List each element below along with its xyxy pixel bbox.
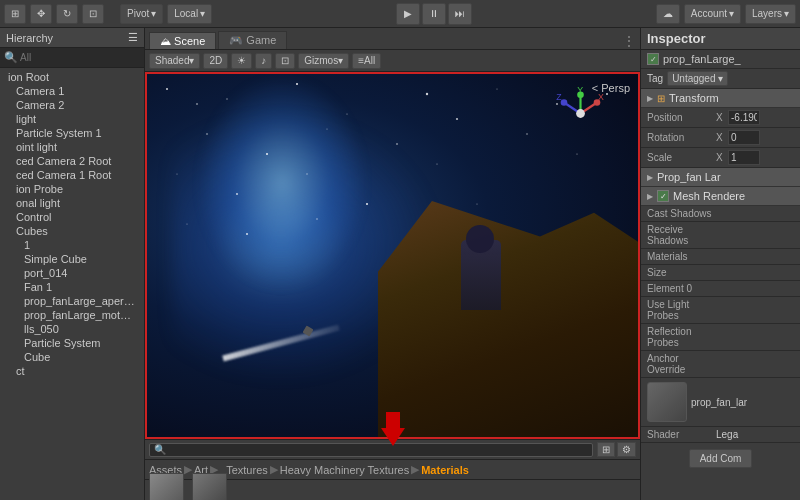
layers-label: Layers <box>752 8 782 19</box>
pivot-dropdown[interactable]: Pivot ▾ <box>120 4 163 24</box>
svg-point-1 <box>226 98 227 99</box>
shading-label: Shaded <box>155 55 189 66</box>
mesh-arrow-icon: ▶ <box>647 192 653 201</box>
hierarchy-item-1[interactable]: 1 <box>0 238 144 252</box>
inspector-header: Inspector <box>641 28 800 50</box>
material-preview-row: prop_fan_lar <box>641 378 800 427</box>
asset-search-bar[interactable]: 🔍 <box>149 443 593 457</box>
sep1: ▶ <box>184 463 192 476</box>
obj-active-checkbox[interactable]: ✓ <box>647 53 659 65</box>
all-label: ≡All <box>358 55 375 66</box>
all-dropdown[interactable]: ≡All <box>352 53 381 69</box>
local-dropdown[interactable]: Local ▾ <box>167 4 212 24</box>
play-button[interactable]: ▶ <box>396 3 420 25</box>
scale-x-label: X <box>716 152 726 163</box>
scene-tab[interactable]: ⛰ Scene <box>149 32 216 49</box>
svg-point-31 <box>576 109 585 118</box>
material-preview-thumb <box>647 382 687 422</box>
scene-options-icon[interactable]: ⋮ <box>622 33 636 49</box>
asset-thumb-1[interactable] <box>149 473 184 501</box>
rot-x-input[interactable] <box>728 130 760 145</box>
asset-search-icon: 🔍 <box>154 444 166 455</box>
top-toolbar: ⊞ ✥ ↻ ⊡ Pivot ▾ Local ▾ ▶ ⏸ ⏭ ☁ Account … <box>0 0 800 28</box>
hierarchy-item-dirlight[interactable]: onal light <box>0 196 144 210</box>
hierarchy-item-particle1[interactable]: Particle System 1 <box>0 126 144 140</box>
toolbar-transform-btn[interactable]: ⊞ <box>4 4 26 24</box>
hierarchy-item-cam1[interactable]: Camera 1 <box>0 84 144 98</box>
local-chevron-icon: ▾ <box>200 8 205 19</box>
hierarchy-item-lls050[interactable]: lls_050 <box>0 322 144 336</box>
hierarchy-item-ct[interactable]: ct <box>0 364 144 378</box>
scene-view[interactable]: X Z Y < Persp <box>145 72 640 439</box>
account-dropdown[interactable]: Account ▾ <box>684 4 741 24</box>
hierarchy-menu-icon[interactable]: ☰ <box>128 31 138 44</box>
svg-point-20 <box>196 103 198 105</box>
hierarchy-item-cam2root[interactable]: ced Camera 2 Root <box>0 154 144 168</box>
svg-point-10 <box>456 118 458 120</box>
audio-btn[interactable]: ♪ <box>255 53 272 69</box>
svg-point-17 <box>186 223 187 224</box>
game-tab[interactable]: 🎮 Game <box>218 31 287 49</box>
hierarchy-item-pointlight[interactable]: oint light <box>0 140 144 154</box>
transform-section-header[interactable]: ▶ ⊞ Transform <box>641 89 800 108</box>
svg-point-4 <box>426 93 428 95</box>
inspector-obj-row: ✓ prop_fanLarge_ <box>641 50 800 69</box>
hierarchy-item-cube[interactable]: Cube <box>0 350 144 364</box>
hierarchy-item-particlesys[interactable]: Particle System <box>0 336 144 350</box>
svg-point-14 <box>366 203 368 205</box>
rot-x-label: X <box>716 132 726 143</box>
toolbar-rotate-btn[interactable]: ↻ <box>56 4 78 24</box>
hierarchy-item-ionprobe[interactable]: ion Probe <box>0 182 144 196</box>
hierarchy-item-propfan-motor[interactable]: prop_fanLarge_motor_0 <box>0 308 144 322</box>
breadcrumb-textures[interactable]: _Textures <box>220 464 268 476</box>
shading-dropdown[interactable]: Shaded ▾ <box>149 53 200 69</box>
gizmos-dropdown[interactable]: Gizmos ▾ <box>298 53 349 69</box>
element0-row: Element 0 <box>641 281 800 297</box>
hierarchy-item-fan1[interactable]: Fan 1 <box>0 280 144 294</box>
svg-point-7 <box>266 153 268 155</box>
main-layout: Hierarchy ☰ 🔍 ion Root Camera 1 Camera 2… <box>0 28 800 500</box>
gizmos-chevron-icon: ▾ <box>338 55 343 66</box>
layers-dropdown[interactable]: Layers ▾ <box>745 4 796 24</box>
mode2d-btn[interactable]: 2D <box>203 53 228 69</box>
toolbar-scale-btn[interactable]: ⊡ <box>82 4 104 24</box>
hierarchy-item-simplecube[interactable]: Simple Cube <box>0 252 144 266</box>
pos-x-input[interactable] <box>728 110 760 125</box>
size-row: Size <box>641 265 800 281</box>
cloud-btn[interactable]: ☁ <box>656 4 680 24</box>
asset-lock-btn[interactable]: ⊞ <box>597 442 615 457</box>
use-light-probes-row: Use Light Probes <box>641 297 800 324</box>
tag-dropdown[interactable]: Untagged ▾ <box>667 71 728 86</box>
hierarchy-item-light[interactable]: light <box>0 112 144 126</box>
add-component-button[interactable]: Add Com <box>689 449 753 468</box>
pause-button[interactable]: ⏸ <box>422 3 446 25</box>
receive-shadows-label: Receive Shadows <box>647 224 712 246</box>
lighting-btn[interactable]: ☀ <box>231 53 252 69</box>
game-tab-label: Game <box>246 34 276 46</box>
scale-label: Scale <box>647 152 712 163</box>
asset-settings-btn[interactable]: ⚙ <box>617 442 636 457</box>
hierarchy-item-port014[interactable]: port_014 <box>0 266 144 280</box>
sep4: ▶ <box>411 463 419 476</box>
hierarchy-search-input[interactable] <box>20 52 140 63</box>
propfan-section-header[interactable]: ▶ Prop_fan Lar <box>641 168 800 187</box>
asset-thumb-2[interactable] <box>192 473 227 501</box>
meshrenderer-section-header[interactable]: ▶ ✓ Mesh Rendere <box>641 187 800 206</box>
breadcrumb-heavy[interactable]: Heavy Machinery Textures <box>280 464 409 476</box>
account-label: Account <box>691 8 727 19</box>
hierarchy-item-cubes[interactable]: Cubes <box>0 224 144 238</box>
effects-btn[interactable]: ⊡ <box>275 53 295 69</box>
hierarchy-item-control[interactable]: Control <box>0 210 144 224</box>
hierarchy-item-cam1root[interactable]: ced Camera 1 Root <box>0 168 144 182</box>
scale-x-input[interactable] <box>728 150 760 165</box>
hierarchy-list: ion Root Camera 1 Camera 2 light Particl… <box>0 68 144 500</box>
red-arrow-head <box>381 428 405 446</box>
hierarchy-item-propfan-aperture[interactable]: prop_fanLarge_aperture_ <box>0 294 144 308</box>
hierarchy-item-cam2[interactable]: Camera 2 <box>0 98 144 112</box>
shader-row: Shader Lega <box>641 427 800 443</box>
step-button[interactable]: ⏭ <box>448 3 472 25</box>
hierarchy-item-ionroot[interactable]: ion Root <box>0 70 144 84</box>
breadcrumb-materials[interactable]: Materials <box>421 464 469 476</box>
mesh-active-checkbox[interactable]: ✓ <box>657 190 669 202</box>
toolbar-hand-btn[interactable]: ✥ <box>30 4 52 24</box>
